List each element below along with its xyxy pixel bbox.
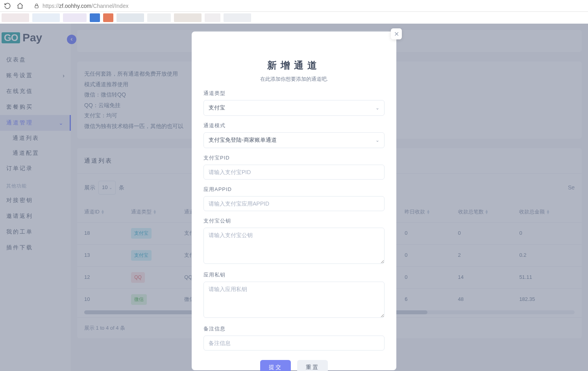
- label-app-privkey: 应用私钥: [203, 271, 385, 278]
- bookmark-strip: [0, 12, 588, 24]
- modal-title: 新增通道: [203, 59, 385, 72]
- select-channel-type-value: 支付宝: [209, 104, 225, 111]
- browser-address-bar: https://zf.oohhy.com/Channel/Index: [0, 0, 588, 12]
- url-path: /Channel/Index: [91, 3, 128, 9]
- modal-subtitle: 在此添加你想要添加的通道吧.: [203, 76, 385, 83]
- modal-overlay[interactable]: ✕ 新增通道 在此添加你想要添加的通道吧. 通道类型 支付宝 ⌄ 通道模式 支付…: [0, 24, 588, 371]
- add-channel-modal: ✕ 新增通道 在此添加你想要添加的通道吧. 通道类型 支付宝 ⌄ 通道模式 支付…: [192, 32, 396, 370]
- textarea-alipay-pubkey[interactable]: [203, 228, 385, 264]
- url-box[interactable]: https://zf.oohhy.com/Channel/Index: [29, 3, 584, 9]
- label-channel-type: 通道类型: [203, 90, 385, 97]
- input-remark[interactable]: [203, 336, 385, 351]
- submit-button[interactable]: 提交: [260, 360, 291, 371]
- label-alipay-pid: 支付宝PID: [203, 154, 385, 161]
- textarea-app-privkey[interactable]: [203, 282, 385, 318]
- label-remark: 备注信息: [203, 325, 385, 332]
- svg-rect-0: [35, 6, 38, 8]
- reset-button[interactable]: 重置: [297, 360, 328, 371]
- select-channel-mode[interactable]: 支付宝免登陆-商家账单通道 ⌄: [203, 132, 385, 148]
- label-app-id: 应用APPID: [203, 186, 385, 193]
- select-channel-mode-value: 支付宝免登陆-商家账单通道: [209, 137, 277, 144]
- input-app-id[interactable]: [203, 196, 385, 211]
- input-alipay-pid[interactable]: [203, 165, 385, 180]
- modal-close-button[interactable]: ✕: [391, 28, 402, 39]
- label-alipay-pubkey: 支付宝公钥: [203, 217, 385, 224]
- url-scheme: https://: [43, 3, 59, 9]
- select-channel-type[interactable]: 支付宝 ⌄: [203, 100, 385, 116]
- reload-icon[interactable]: [4, 2, 11, 9]
- label-channel-mode: 通道模式: [203, 122, 385, 129]
- url-host: zf.oohhy.com: [59, 3, 91, 9]
- chevron-down-icon: ⌄: [375, 137, 379, 143]
- lock-icon: [34, 3, 39, 9]
- home-icon[interactable]: [17, 2, 24, 9]
- chevron-down-icon: ⌄: [375, 105, 379, 111]
